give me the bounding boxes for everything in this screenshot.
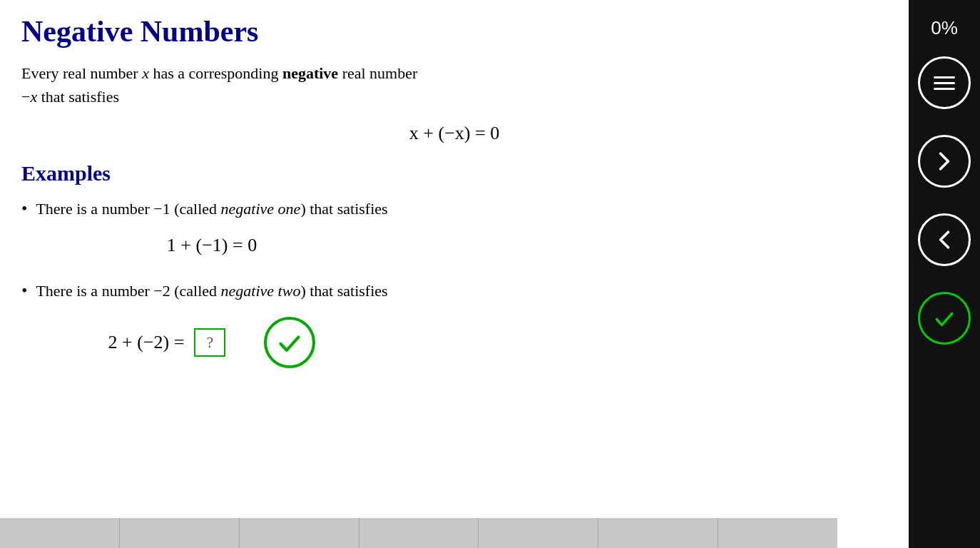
intro-text-1b: has a corresponding <box>149 64 282 82</box>
nav-tab-3[interactable] <box>240 518 359 548</box>
formula-3-row: 2 + (−2) = ? <box>36 317 387 368</box>
page-title: Negative Numbers <box>21 14 887 49</box>
main-content: Negative Numbers Every real number x has… <box>0 0 909 548</box>
nav-tab-4[interactable] <box>359 518 479 548</box>
check-circle-button[interactable] <box>264 317 315 368</box>
examples-list: • There is a number −1 (called negative … <box>21 197 887 382</box>
progress-label: 0% <box>909 7 980 54</box>
intro-neg: − <box>21 88 30 106</box>
nav-tab-7[interactable] <box>718 518 837 548</box>
bullet-dot-2: • <box>21 279 27 303</box>
bullet1-pre: There is a number −1 (called <box>36 200 220 218</box>
prev-button[interactable] <box>918 213 971 266</box>
examples-heading: Examples <box>21 161 887 186</box>
menu-icon <box>934 76 955 90</box>
nav-tab-2[interactable] <box>120 518 240 548</box>
intro-x2: x <box>30 88 37 106</box>
bullet-2-content: There is a number −2 (called negative tw… <box>36 279 387 382</box>
bullet-dot-1: • <box>21 197 27 221</box>
intro-text-2: that satisfies <box>37 88 119 106</box>
bullet2-italic: negative two <box>221 282 301 300</box>
formula-1: x + (−x) = 0 <box>21 123 887 144</box>
bullet1-italic: negative one <box>221 200 301 218</box>
formula-3-pre: 2 + (−2) = <box>108 332 185 353</box>
list-item: • There is a number −1 (called negative … <box>21 197 887 270</box>
intro-text-1c: real number <box>338 64 417 82</box>
bullet1-post: ) that satisfies <box>300 200 387 218</box>
next-button[interactable] <box>918 135 971 188</box>
sidebar: 0% <box>909 0 980 548</box>
intro-bold: negative <box>282 64 338 82</box>
formula-2: 1 + (−1) = 0 <box>36 235 387 256</box>
submit-button[interactable] <box>918 292 971 345</box>
bottom-navigation <box>0 518 837 548</box>
answer-input[interactable]: ? <box>194 328 225 357</box>
menu-button[interactable] <box>918 56 971 109</box>
intro-paragraph: Every real number x has a corresponding … <box>21 61 887 108</box>
bullet-1-text: There is a number −1 (called negative on… <box>36 200 387 218</box>
list-item: • There is a number −2 (called negative … <box>21 279 887 382</box>
nav-tab-1[interactable] <box>0 518 120 548</box>
bullet-2-text: There is a number −2 (called negative tw… <box>36 282 387 300</box>
nav-tab-6[interactable] <box>598 518 718 548</box>
intro-text-1: Every real number <box>21 64 142 82</box>
intro-x: x <box>142 64 149 82</box>
bullet2-post: ) that satisfies <box>300 282 387 300</box>
bullet2-pre: There is a number −2 (called <box>36 282 220 300</box>
nav-tab-5[interactable] <box>479 518 598 548</box>
bullet-1-content: There is a number −1 (called negative on… <box>36 197 387 270</box>
